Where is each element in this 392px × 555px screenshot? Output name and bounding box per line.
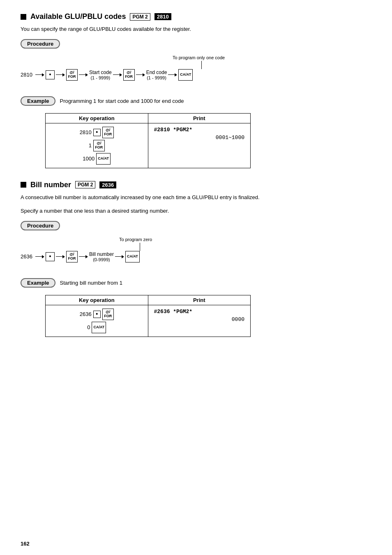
section2: Bill number PGM 2 2636 A consecutive bil…: [21, 181, 371, 337]
start-code-group: Start code (1 - 9999): [89, 70, 112, 80]
end-code-group: End code (1 - 9999): [146, 70, 167, 80]
key-op-header: Key operation: [46, 114, 148, 123]
start-code-range: (1 - 9999): [90, 75, 110, 80]
arrow3: [79, 73, 88, 77]
section2-desc1: A consecutive bill number is automatical…: [21, 193, 371, 202]
key-line-3: 1000 CA/AT: [51, 153, 142, 165]
section1-title: Available GLU/PBLU codes PGM 2 2810: [21, 12, 371, 21]
section2-procedure-label: Procedure: [21, 221, 60, 230]
example2-text: Starting bill number from 1: [60, 278, 122, 286]
kl2-num: 1: [89, 142, 92, 149]
section1-title-text: Available GLU/PBLU codes: [30, 12, 126, 21]
bullet2-icon: [21, 182, 26, 188]
key-op-body: 2810 • @/FOR 1 @/FOR 1000 CA/AT: [46, 123, 148, 168]
drop-line2: [140, 243, 140, 251]
key-print-table2: Key operation 2636 • @/FOR 0 CA/AT: [45, 295, 251, 337]
print-line2-2: 0000: [154, 316, 245, 323]
caat-key2: CA/AT: [125, 251, 140, 262]
kl3-caat: CA/AT: [96, 153, 111, 165]
start-number2: 2636: [21, 253, 32, 260]
example2-row: Example Starting bill number from 1: [21, 278, 371, 291]
key-print-table: Key operation 2810 • @/FOR 1 @/FOR: [45, 113, 251, 168]
arrow2: [56, 73, 65, 77]
at-for-key-bill: @/FOR: [66, 251, 78, 262]
key-line-1: 2810 • @/FOR: [51, 127, 142, 138]
bill-number-range: (0-9999): [93, 257, 110, 262]
arr2-2: [56, 255, 65, 258]
kl2-2-num: 0: [87, 324, 90, 330]
section2-procedure-diagram: To program zero 2636 • @/FOR Bill number…: [21, 237, 371, 270]
start-number: 2810: [21, 72, 32, 78]
arr2-1: [35, 255, 44, 258]
print-col2: Print #2636 *PGM2* 0000: [148, 295, 251, 337]
key-line2-2: 0 CA/AT: [51, 322, 142, 333]
print-body: #2810 *PGM2* 0001~1000: [148, 123, 251, 150]
kl2-1-dot: •: [93, 311, 101, 318]
key-op-col: Key operation 2810 • @/FOR 1 @/FOR: [46, 114, 148, 168]
example-label: Example: [21, 96, 55, 106]
example2-label: Example: [21, 278, 55, 288]
start-code-label: Start code: [89, 70, 112, 75]
kl2-1-num: 2636: [80, 311, 92, 317]
end-code-range: (1 - 9999): [147, 75, 166, 80]
annotation2-text: To program zero: [119, 237, 152, 242]
print-line1: #2810 *PGM2*: [154, 127, 245, 133]
print-line2: 0001~1000: [154, 135, 245, 141]
key-op-col2: Key operation 2636 • @/FOR 0 CA/AT: [46, 295, 148, 337]
section2-title: Bill number PGM 2 2636: [21, 181, 371, 189]
kl2-1-atfor: @/FOR: [102, 309, 114, 320]
example-text: Programming 1 for start code and 1000 fo…: [60, 96, 184, 104]
section1-pgm-badge: PGM 2: [130, 13, 150, 21]
section1-desc: You can specify the range of GLU/PBLU co…: [21, 25, 371, 33]
print-header: Print: [148, 114, 251, 123]
kl1-num: 2810: [80, 129, 92, 135]
kl2-2-caat: CA/AT: [92, 322, 106, 333]
annotation-text: To program only one code: [173, 55, 225, 60]
section1-code-badge: 2810: [154, 13, 171, 20]
section1: Available GLU/PBLU codes PGM 2 2810 You …: [21, 12, 371, 168]
kl1-atfor: @/FOR: [102, 127, 114, 138]
arrow5: [136, 73, 145, 77]
section1-example: Example Programming 1 for start code and…: [21, 96, 371, 168]
caat-key1: CA/AT: [178, 69, 193, 81]
key-op-header2: Key operation: [46, 295, 148, 305]
section1-procedure-label: Procedure: [21, 39, 60, 49]
flow-row: 2810 • @/FOR Start code (1 - 9999) @/FOR: [21, 69, 193, 81]
section2-pgm-badge: PGM 2: [75, 181, 95, 188]
arr2-4: [115, 255, 124, 258]
arrow6: [168, 73, 177, 77]
print-line2-1: #2636 *PGM2*: [154, 309, 245, 315]
dot-key2: •: [46, 252, 55, 261]
kl3-num: 1000: [83, 156, 95, 162]
page-number: 162: [21, 541, 30, 547]
arrow1: [35, 73, 44, 77]
section2-desc2: Specify a number that one less than a de…: [21, 207, 371, 215]
print-body2: #2636 *PGM2* 0000: [148, 305, 251, 332]
kl1-dot: •: [93, 129, 101, 136]
at-for-key2: @/FOR: [123, 69, 135, 81]
section2-title-text: Bill number: [30, 181, 71, 189]
example-row: Example Programming 1 for start code and…: [21, 96, 371, 109]
at-for-key1: @/FOR: [66, 69, 78, 81]
section2-code-badge: 2636: [99, 181, 116, 188]
drop-line: [201, 61, 202, 69]
arrow4: [113, 73, 122, 77]
section2-example: Example Starting bill number from 1 Key …: [21, 278, 371, 337]
dot-key: •: [46, 70, 55, 79]
bill-number-group: Bill number (0-9999): [89, 251, 114, 262]
flow-row2: 2636 • @/FOR Bill number (0-9999) CA/AT: [21, 251, 140, 262]
section1-procedure-diagram: To program only one code 2810 • @/FOR St…: [21, 55, 371, 88]
arr2-3: [79, 255, 88, 258]
end-code-label: End code: [146, 70, 167, 75]
bill-number-label: Bill number: [89, 251, 114, 257]
key-line2-1: 2636 • @/FOR: [51, 309, 142, 320]
key-op-body2: 2636 • @/FOR 0 CA/AT: [46, 305, 148, 337]
print-col: Print #2810 *PGM2* 0001~1000: [148, 114, 251, 168]
bullet-icon: [21, 14, 26, 20]
print-header2: Print: [148, 295, 251, 305]
key-line-2: 1 @/FOR: [51, 140, 142, 151]
kl2-atfor: @/FOR: [93, 140, 105, 151]
